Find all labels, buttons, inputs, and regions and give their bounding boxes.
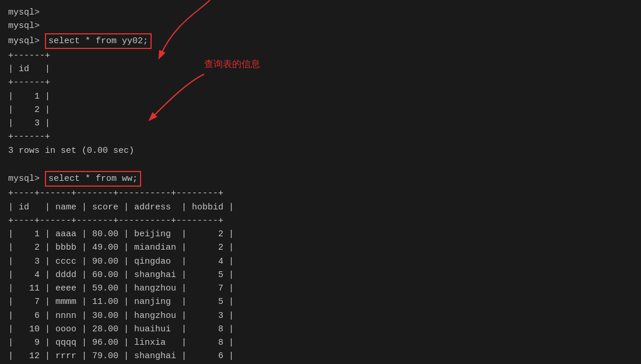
table-row: | 12 | rrrr | 79.00 | shanghai | 6 |	[8, 349, 633, 363]
table-row: | 3 | cccc | 90.00 | qingdao | 4 |	[8, 255, 633, 268]
table-row: | 10 | oooo | 28.00 | huaihui | 8 |	[8, 323, 633, 336]
result1-line: 3 rows in set (0.00 sec)	[8, 144, 633, 158]
table2-header: | id | name | score | address | hobbid |	[8, 201, 633, 214]
table-row: | 4 | dddd | 60.00 | shanghai | 5 |	[8, 268, 633, 282]
table1-row3: | 3 |	[8, 117, 633, 130]
table2-sep2: +----+------+-------+----------+--------…	[8, 214, 633, 228]
cmd1-box: select * from yy02;	[45, 33, 152, 49]
table2-sep1: +----+------+-------+----------+--------…	[8, 187, 633, 200]
table1-header: | id |	[8, 62, 633, 76]
blank-line	[8, 158, 633, 171]
table1-row2: | 2 |	[8, 103, 633, 117]
table-row: | 9 | qqqq | 96.00 | linxia | 8 |	[8, 336, 633, 349]
cmd1-line: mysql> select * from yy02;	[8, 33, 633, 49]
table-row: | 6 | nnnn | 30.00 | hangzhou | 3 |	[8, 309, 633, 323]
table1-sep3: +------+	[8, 130, 633, 144]
table1-sep1: +------+	[8, 49, 633, 62]
prompt-line-1: mysql>	[8, 6, 633, 19]
prompt-line-2: mysql>	[8, 19, 633, 33]
table-row: | 11 | eeee | 59.00 | hangzhou | 7 |	[8, 282, 633, 295]
table1-row1: | 1 |	[8, 90, 633, 103]
table-row: | 7 | mmmm | 11.00 | nanjing | 5 |	[8, 295, 633, 309]
cmd2-box: select * from ww;	[45, 171, 141, 187]
table-row: | 2 | bbbb | 49.00 | miandian | 2 |	[8, 241, 633, 254]
table-row: | 1 | aaaa | 80.00 | beijing | 2 |	[8, 228, 633, 241]
table1-sep2: +------+	[8, 76, 633, 89]
terminal-output: mysql> mysql> mysql> select * from yy02;…	[8, 6, 633, 364]
cmd2-line: mysql> select * from ww;	[8, 171, 633, 187]
table2-rows: | 1 | aaaa | 80.00 | beijing | 2 || 2 | …	[8, 228, 633, 364]
